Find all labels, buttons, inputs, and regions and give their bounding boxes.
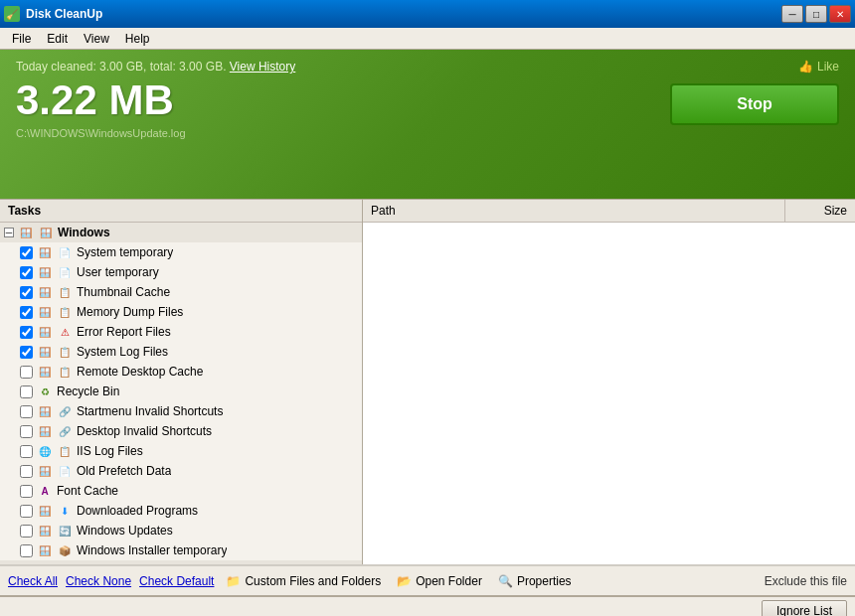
desktop-shortcuts-checkbox[interactable] xyxy=(20,425,33,438)
list-item[interactable]: 🪟 🔗 Desktop Invalid Shortcuts xyxy=(0,421,362,441)
properties-button[interactable]: 🔍 Properties xyxy=(494,572,576,590)
user-temp-label: User temporary xyxy=(77,265,159,279)
status-bar: Ignore List xyxy=(0,596,855,616)
desktop-shortcuts-label: Desktop Invalid Shortcuts xyxy=(77,424,212,438)
list-item[interactable]: 🪟 🔗 Startmenu Invalid Shortcuts xyxy=(0,401,362,421)
browsers-icon2: 🪟 xyxy=(38,562,54,564)
list-item[interactable]: 🪟 ⚠ Error Report Files xyxy=(0,322,362,342)
updates-icon: 🪟 xyxy=(37,523,53,539)
list-item[interactable]: 🪟 📦 Windows Installer temporary xyxy=(0,540,362,560)
list-item[interactable]: 🪟 📋 Remote Desktop Cache xyxy=(0,362,362,382)
remote-desktop-icon: 🪟 xyxy=(37,364,53,380)
user-temp-icon2: 📄 xyxy=(57,264,73,280)
downloaded-programs-label: Downloaded Programs xyxy=(77,504,198,518)
thumbnail-icon: 🪟 xyxy=(37,284,53,300)
list-item[interactable]: 🪟 📄 Old Prefetch Data xyxy=(0,461,362,481)
like-button[interactable]: 👍 Like xyxy=(798,60,839,74)
old-prefetch-checkbox[interactable] xyxy=(20,465,33,478)
list-item[interactable]: ♻ Recycle Bin xyxy=(0,382,362,401)
iis-log-checkbox[interactable] xyxy=(20,445,33,458)
user-temp-checkbox[interactable] xyxy=(20,266,33,279)
list-item[interactable]: 🪟 🔄 Windows Updates xyxy=(0,521,362,540)
check-none-link[interactable]: Check None xyxy=(66,574,131,588)
recycle-bin-checkbox[interactable] xyxy=(20,385,33,398)
check-all-link[interactable]: Check All xyxy=(8,574,58,588)
header-right: 👍 Like Stop xyxy=(670,60,839,125)
custom-files-button[interactable]: 📁 Custom Files and Folders xyxy=(222,572,385,590)
list-item[interactable]: 🌐 📋 IIS Log Files xyxy=(0,441,362,461)
windows-installer-checkbox[interactable] xyxy=(20,544,33,557)
desktop-icon2: 🔗 xyxy=(57,423,73,439)
custom-files-icon: 📁 xyxy=(226,574,241,588)
task-list[interactable]: ─ 🪟 🪟 Windows 🪟 📄 System temporary 🪟 📄 U… xyxy=(0,223,362,564)
app-icon: 🧹 xyxy=(4,6,20,22)
path-panel: Path Size xyxy=(363,200,855,564)
open-folder-icon: 📂 xyxy=(397,574,412,588)
startmenu-shortcuts-label: Startmenu Invalid Shortcuts xyxy=(77,404,223,418)
windows-updates-checkbox[interactable] xyxy=(20,525,33,538)
window-title: Disk CleanUp xyxy=(26,7,781,21)
minimize-button[interactable]: ─ xyxy=(781,5,803,23)
list-item[interactable]: 🪟 📄 User temporary xyxy=(0,262,362,282)
iis-icon: 🌐 xyxy=(37,443,53,459)
startmenu-shortcuts-checkbox[interactable] xyxy=(20,405,33,418)
section-windows[interactable]: ─ 🪟 🪟 Windows xyxy=(0,223,362,242)
check-default-link[interactable]: Check Default xyxy=(139,574,214,588)
remote-desktop-checkbox[interactable] xyxy=(20,366,33,379)
task-panel: Tasks ─ 🪟 🪟 Windows 🪟 📄 System temporary… xyxy=(0,200,363,564)
menu-view[interactable]: View xyxy=(76,30,117,48)
list-item[interactable]: 🪟 📋 Memory Dump Files xyxy=(0,302,362,322)
system-temp-label: System temporary xyxy=(77,245,173,259)
font-cache-label: Font Cache xyxy=(57,484,118,498)
system-temp-icon2: 📄 xyxy=(57,244,73,260)
windows-icon-2: 🪟 xyxy=(38,225,54,240)
size-column-header: Size xyxy=(785,200,855,222)
list-item[interactable]: A Font Cache xyxy=(0,481,362,501)
ignore-list-button[interactable]: Ignore List xyxy=(762,600,847,617)
list-item[interactable]: 🪟 📋 System Log Files xyxy=(0,342,362,362)
system-log-checkbox[interactable] xyxy=(20,346,33,359)
browsers-section-label: Browsers xyxy=(58,563,112,564)
old-prefetch-label: Old Prefetch Data xyxy=(77,464,171,478)
recycle-bin-label: Recycle Bin xyxy=(57,385,119,398)
downloaded-programs-checkbox[interactable] xyxy=(20,505,33,518)
menu-file[interactable]: File xyxy=(4,30,39,48)
list-item[interactable]: 🪟 📄 System temporary xyxy=(0,242,362,262)
error-report-icon2: ⚠ xyxy=(57,324,73,340)
iis-icon2: 📋 xyxy=(57,443,73,459)
system-temp-checkbox[interactable] xyxy=(20,246,33,259)
menu-help[interactable]: Help xyxy=(117,30,158,48)
stop-button[interactable]: Stop xyxy=(670,83,839,125)
font-cache-checkbox[interactable] xyxy=(20,485,33,498)
windows-section-label: Windows xyxy=(58,226,110,239)
header-path-display: C:\WINDOWS\WindowsUpdate.log xyxy=(16,127,670,139)
list-item[interactable]: 🪟 ⬇ Downloaded Programs xyxy=(0,501,362,521)
thumbnail-cache-checkbox[interactable] xyxy=(20,286,33,299)
windows-section-icon: 🪟 xyxy=(18,225,34,240)
installer-icon: 🪟 xyxy=(37,542,53,558)
list-item[interactable]: 🪟 📋 Thumbnail Cache xyxy=(0,282,362,302)
close-button[interactable]: ✕ xyxy=(829,5,851,23)
title-bar: 🧹 Disk CleanUp ─ □ ✕ xyxy=(0,0,855,28)
section-toggle-windows[interactable]: ─ xyxy=(4,228,14,237)
installer-icon2: 📦 xyxy=(57,542,73,558)
exclude-file-text: Exclude this file xyxy=(765,574,847,588)
memory-dump-checkbox[interactable] xyxy=(20,306,33,319)
updates-icon2: 🔄 xyxy=(57,523,73,539)
menu-edit[interactable]: Edit xyxy=(39,30,76,48)
error-report-checkbox[interactable] xyxy=(20,326,33,339)
prefetch-icon2: 📄 xyxy=(57,463,73,479)
open-folder-button[interactable]: 📂 Open Folder xyxy=(393,572,486,590)
error-report-label: Error Report Files xyxy=(77,325,171,339)
user-temp-icon: 🪟 xyxy=(37,264,53,280)
bottom-toolbar: Check All Check None Check Default 📁 Cus… xyxy=(0,564,855,596)
system-temp-icon: 🪟 xyxy=(37,244,53,260)
main-content: Tasks ─ 🪟 🪟 Windows 🪟 📄 System temporary… xyxy=(0,199,855,564)
view-history-link[interactable]: View History xyxy=(230,60,295,74)
section-browsers[interactable]: ─ 🪟 🪟 Browsers xyxy=(0,560,362,564)
system-log-icon: 🪟 xyxy=(37,344,53,360)
remote-desktop-label: Remote Desktop Cache xyxy=(77,365,203,379)
memory-dump-icon2: 📋 xyxy=(57,304,73,320)
path-column-header: Path xyxy=(363,200,785,222)
restore-button[interactable]: □ xyxy=(805,5,827,23)
